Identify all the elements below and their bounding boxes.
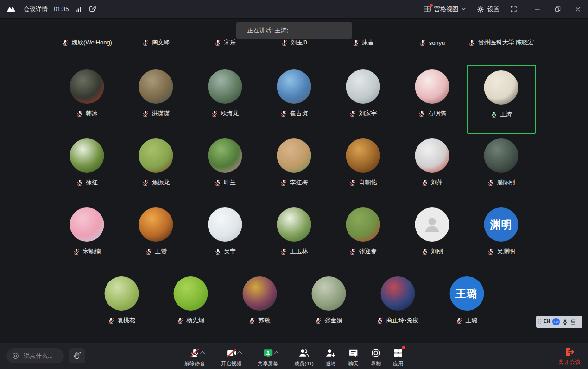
minimize-button[interactable] [527,0,547,18]
restore-window-button[interactable] [547,0,568,18]
participant-tile[interactable]: 李红梅 [259,134,329,203]
mic-muted-icon [349,110,356,117]
gear-icon [476,5,485,13]
participant-tile[interactable]: 张金娟 [294,272,363,341]
participant-tile[interactable]: 刘刚 [398,203,467,272]
participant-tile[interactable]: 崔古贞 [259,65,329,134]
ime-mic-icon[interactable] [562,319,568,325]
share-screen-label: 共享屏幕 [258,360,278,367]
participant-name: 李红梅 [290,178,308,187]
participant-tile[interactable]: 苏敏 [225,272,294,341]
participant-row: 韩冰洪潇潇欧海龙崔古贞刘家宇石明隽王涛 [52,65,536,134]
unmute-button[interactable]: 解除静音 [182,347,207,367]
participant-tile[interactable]: 康吉 [329,39,398,47]
avatar [346,138,380,173]
participant-name: 王涛 [500,110,512,119]
participant-tile[interactable]: 刘萍 [398,134,467,203]
participant-tile[interactable]: 王赟 [121,203,190,272]
participant-name: 苏敏 [259,316,271,325]
participant-tile[interactable]: 欧海龙 [190,65,259,134]
ime-grip-handle[interactable] [538,319,541,324]
participant-tile[interactable]: 徐红 [52,134,121,203]
share-screen-button[interactable]: 共享屏幕 [255,347,280,367]
participant-tile[interactable]: 肖朝伦 [329,134,398,203]
participant-tile[interactable]: 王涛 [467,65,536,134]
chat-label: 聊天 [348,360,359,367]
invite-button[interactable]: 邀请 [323,347,339,367]
participant-tile[interactable]: 洪潇潇 [121,65,190,134]
mic-muted-icon [419,39,426,46]
participant-tile[interactable]: 陶文峰 [121,39,190,47]
participant-label: 魏欣(WeiHong) [62,39,112,47]
participant-tile[interactable]: 袁桃花 [87,272,156,341]
participant-name: 陶文峰 [152,39,170,47]
quick-chat-input-wrap[interactable] [6,348,64,363]
video-options-chevron[interactable] [237,351,242,356]
restore-icon [554,6,561,13]
start-video-button[interactable]: 开启视频 [219,347,244,367]
participant-tile[interactable]: 魏欣(WeiHong) [52,39,121,47]
participant-tile[interactable]: sonyu [398,39,467,47]
meeting-details-button[interactable]: 会议详情 [24,5,48,13]
leave-meeting-button[interactable]: 离开会议 [558,346,581,366]
participant-tile[interactable]: 渊明吴渊明 [467,203,536,272]
fullscreen-button[interactable] [505,0,523,18]
participant-tile[interactable]: 贵州医科大学 陈晓宏 [467,39,536,47]
topbar: 会议详情 01:35 宫格视图 设置 [0,0,588,19]
chat-button[interactable]: 聊天 [346,347,361,367]
participant-label: 吴宁 [214,247,236,256]
participant-tile[interactable]: 潘际刚 [467,134,536,203]
unmute-options-chevron[interactable] [200,351,205,356]
mic-muted-icon [62,39,69,46]
participant-tile[interactable]: 宋乐 [190,39,259,47]
participant-tile[interactable]: 刘家宇 [329,65,398,134]
ifly-logo-icon[interactable]: iFLY [552,318,560,325]
quick-chat-area [6,348,85,363]
members-button[interactable]: 成员(41) [292,347,316,367]
avatar [208,138,242,173]
participant-row-clipped: 魏欣(WeiHong)陶文峰宋乐刘玉'0康吉sonyu贵州医科大学 陈晓宏 [52,39,536,47]
leave-meeting-label: 离开会议 [558,358,581,366]
settings-button[interactable]: 设置 [471,0,505,18]
participant-tile[interactable]: 吴宁 [190,203,259,272]
record-icon [371,347,381,359]
participant-name: 焦振龙 [152,178,170,187]
participant-tile[interactable]: 杨先炯 [156,272,225,341]
raise-hand-button[interactable] [69,348,85,363]
participant-tile[interactable]: 叶兰 [190,134,259,203]
ime-toolbar[interactable]: CH iFLY [536,316,582,328]
share-options-chevron[interactable] [274,351,278,356]
participant-tile[interactable]: 韩冰 [52,65,121,134]
participant-name: 欧海龙 [221,109,239,118]
meeting-logo-icon [6,5,18,13]
ime-language-indicator[interactable]: CH [544,319,550,325]
participant-tile[interactable]: 焦振龙 [121,134,190,203]
participant-tile[interactable]: 商正玲-免疫 [363,272,432,341]
quick-chat-input[interactable] [23,352,63,360]
participant-tile[interactable]: 石明隽 [398,65,467,134]
participant-tile[interactable]: 宋颖楠 [52,203,121,272]
participant-tile[interactable]: 张迎春 [329,203,398,272]
emoji-icon[interactable] [12,352,19,360]
open-new-window-icon[interactable] [88,5,97,13]
participant-label: 肖朝伦 [349,178,377,187]
participant-tile[interactable]: 刘玉'0 [259,39,329,47]
participant-tile[interactable]: 王璐王璐 [432,272,501,341]
participant-label: 陶文峰 [142,39,170,47]
participant-label: 张金娟 [315,316,342,325]
person-silhouette-icon [422,214,443,235]
settings-label: 设置 [487,5,499,13]
record-button[interactable]: 录制 [368,347,384,367]
participant-label: 张迎春 [349,247,377,256]
avatar [139,69,173,104]
close-button[interactable] [568,0,588,18]
avatar [380,276,415,311]
ime-toolbox-icon[interactable] [570,319,576,325]
participant-label: 李红梅 [280,178,308,187]
view-mode-button[interactable]: 宫格视图 [418,0,471,18]
grid-view-icon [423,5,431,13]
apps-button[interactable]: 应用 [391,347,406,367]
participant-label: 苏敏 [249,316,271,325]
participant-tile[interactable]: 王玉林 [259,203,329,272]
members-icon [298,347,310,359]
